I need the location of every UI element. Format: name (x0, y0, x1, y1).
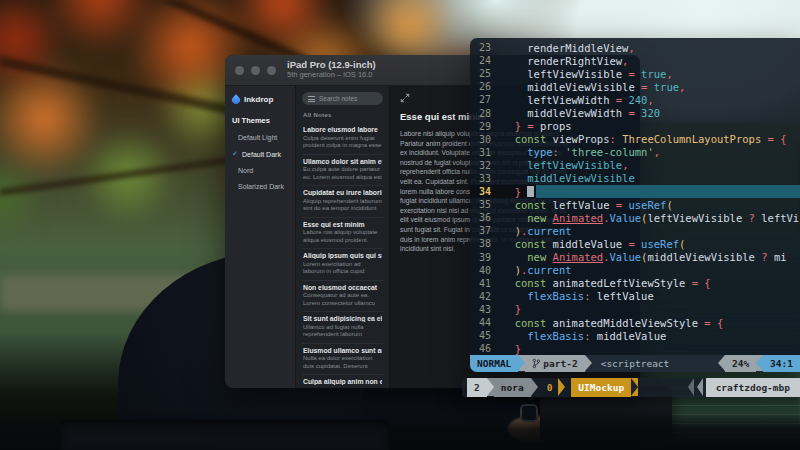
code-line: 43 } (470, 303, 800, 316)
line-number: 29 (470, 121, 502, 132)
code-line: 25 leftViewVisible = true, (470, 67, 800, 80)
tmux-window-2-name[interactable]: nora (494, 378, 531, 397)
inkdrop-logo-icon (230, 94, 241, 105)
note-item-preview: Labore nisi aliquip voluptate aliqua eiu… (303, 229, 382, 244)
cursorline-highlight (536, 185, 800, 198)
code-line: 30 const viewProps: ThreeColumnLayoutPro… (470, 133, 800, 146)
close-button[interactable] (235, 66, 244, 75)
note-item-title: Cupidatat eu irure laboris exercitati… (303, 189, 382, 196)
code-line: 42 flexBasis: leftValue (470, 290, 800, 303)
code-line: 29 } = props (470, 120, 800, 133)
note-item-title: Culpa aliquip anim non eu occaecat… (303, 378, 382, 385)
note-list-item[interactable]: Aliquip ipsum quis qui sunt nullaLorem e… (302, 249, 383, 281)
note-item-title: Non eiusmod occaecat (303, 284, 382, 291)
expand-icon[interactable] (400, 93, 410, 103)
code-line: 34 } (470, 185, 800, 198)
git-branch-name: part-2 (543, 358, 577, 369)
line-number: 26 (470, 81, 502, 92)
tmux-statusbar: 2 nora 0 UIMockup craftzdog-mbp (462, 378, 800, 397)
code-area: 23 renderMiddleView,24 renderRightView,2… (470, 38, 800, 355)
note-list-item[interactable]: Sit sunt adipisicing ea elit ex duisUlla… (302, 312, 383, 344)
cursor-position: 34:1 (763, 355, 800, 372)
code-line: 38 const middleValue = useRef( (470, 237, 800, 250)
line-number: 45 (470, 330, 502, 341)
themes-sidebar: Inkdrop UI Themes Default Light ✓ Defaul… (225, 86, 295, 388)
code-line: 32 leftViewVisible, (470, 159, 800, 172)
code-line: 23 renderMiddleView, (470, 41, 800, 54)
powerline-separator (718, 355, 725, 371)
neovim-editor[interactable]: 23 renderMiddleView,24 renderRightView,2… (470, 38, 800, 372)
screen: iPad Pro (12.9-inch) 5th generation – iO… (0, 0, 800, 450)
note-item-preview: Nulla ea dolor exercitation duis cupidat… (303, 355, 382, 370)
powerline-separator (756, 355, 763, 371)
line-number: 42 (470, 291, 502, 302)
note-item-preview: Consequatur ad aute ea. Lorem consectetu… (303, 292, 382, 307)
note-list-item[interactable]: Non eiusmod occaecatConsequatur ad aute … (302, 281, 383, 313)
search-input[interactable]: Search notes (302, 92, 383, 105)
chevron-left-icon (697, 378, 703, 396)
zoom-button[interactable] (267, 66, 276, 75)
note-item-preview: Aliquip reprehenderit laborum sint do ea… (303, 198, 382, 213)
code-line: 45 flexBasis: middleValue (470, 329, 800, 342)
line-number: 40 (470, 265, 502, 276)
code-line: 26 middleViewVisible = true, (470, 80, 800, 93)
tmux-window-0-name[interactable]: UIMockup (571, 378, 631, 397)
note-list-item[interactable]: Eiusmod ullamco sunt aute eiusmo.Nulla e… (302, 344, 383, 376)
sidebar-item-default-dark[interactable]: ✓ Default Dark (232, 150, 288, 158)
code-line: 36 new Animated.Value(leftViewVisible ? … (470, 211, 800, 224)
minimize-button[interactable] (251, 66, 260, 75)
powerline-separator (631, 378, 638, 396)
sidebar-section-title: UI Themes (232, 116, 288, 125)
note-item-preview: Mollit incididunt laborum excepteur eu m… (303, 387, 382, 389)
note-item-title: Labore eiusmod labore (303, 126, 382, 133)
note-list-item[interactable]: Esse qui est minimLabore nisi aliquip vo… (302, 218, 383, 250)
powerline-separator (585, 355, 592, 371)
scroll-percent: 24% (725, 355, 756, 372)
code-line: 28 middleViewWidth = 320 (470, 106, 800, 119)
note-item-title: Esse qui est minim (303, 221, 382, 228)
note-item-title: Ullamco dolor sit anim eu (303, 158, 382, 165)
note-list-item[interactable]: Labore eiusmod laboreCulpa deserunt enim… (302, 123, 383, 155)
vim-statusline: NORMAL part-2 <scriptreact 24% 34:1 (470, 355, 800, 372)
tmux-window-2-index[interactable]: 2 (467, 378, 487, 397)
powerline-separator (487, 378, 494, 396)
line-number: 38 (470, 238, 502, 249)
code-line: 41 const animatedLeftViewStyle = { (470, 277, 800, 290)
notes-list-header: All Notes (303, 112, 383, 118)
notes-list-pane: Search notes All Notes Labore eiusmod la… (295, 86, 390, 388)
code-line: 27 leftViewWidth = 240, (470, 93, 800, 106)
line-number: 33 (470, 173, 502, 184)
search-placeholder: Search notes (319, 95, 357, 102)
line-number: 34 (470, 186, 502, 197)
notes-list: Labore eiusmod laboreCulpa deserunt enim… (302, 123, 383, 388)
line-number: 37 (470, 225, 502, 236)
filter-icon (308, 96, 315, 102)
note-list-item[interactable]: Culpa aliquip anim non eu occaecat…Molli… (302, 375, 383, 388)
line-number: 31 (470, 147, 502, 158)
code-line: 35 const leftValue = useRef( (470, 198, 800, 211)
filetype-segment: <scriptreact (592, 355, 677, 372)
note-item-title: Aliquip ipsum quis qui sunt nulla (303, 252, 382, 259)
tmux-hostname: craftzdog-mbp (706, 378, 800, 397)
line-number: 23 (470, 42, 502, 53)
app-brand: Inkdrop (232, 95, 288, 104)
note-item-preview: Eu culpa aute dolore pariatur eu. Lorem … (303, 166, 382, 181)
code-line: 46 } (470, 342, 800, 355)
note-list-item[interactable]: Ullamco dolor sit anim euEu culpa aute d… (302, 155, 383, 187)
note-item-preview: Ullamco ad fugiat nulla reprehenderit la… (303, 324, 382, 339)
check-icon: ✓ (232, 150, 239, 158)
code-line: 40 ).current (470, 264, 800, 277)
vim-mode-indicator: NORMAL (470, 355, 518, 372)
sidebar-item-solarized-dark[interactable]: Solarized Dark (232, 183, 288, 190)
line-number: 41 (470, 278, 502, 289)
sidebar-item-nord[interactable]: Nord (232, 167, 288, 174)
line-number: 32 (470, 160, 502, 171)
code-line: 24 renderRightView, (470, 54, 800, 67)
tmux-window-0-index[interactable]: 0 (538, 378, 559, 397)
powerline-separator (531, 378, 538, 396)
sidebar-item-default-light[interactable]: Default Light (232, 134, 288, 141)
note-list-item[interactable]: Cupidatat eu irure laboris exercitati…Al… (302, 186, 383, 218)
git-branch-icon (532, 358, 540, 369)
line-number: 43 (470, 304, 502, 315)
line-number: 24 (470, 55, 502, 66)
